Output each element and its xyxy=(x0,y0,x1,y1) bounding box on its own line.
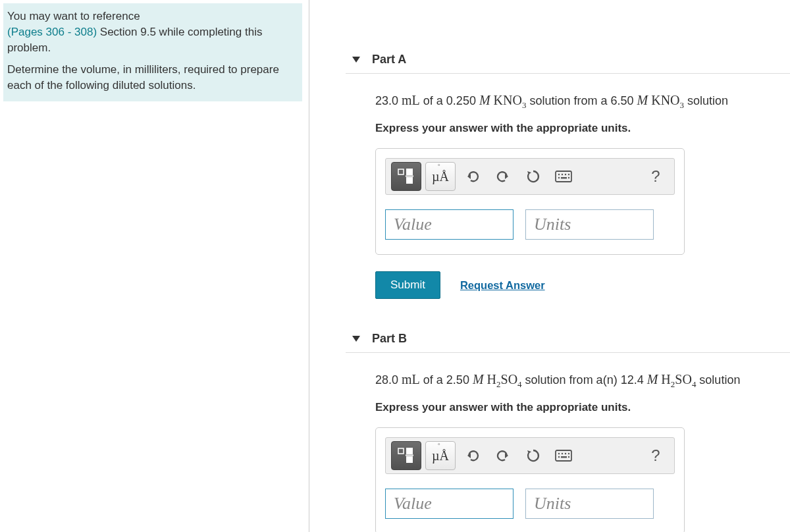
part-b-inputs: Value Units xyxy=(385,489,675,519)
redo-button[interactable] xyxy=(490,163,516,190)
svg-point-19 xyxy=(565,453,566,454)
value-input[interactable]: Value xyxy=(385,209,514,240)
part-a-answer-area: ° µÅ xyxy=(375,148,685,255)
chevron-down-icon xyxy=(352,57,360,63)
hint-text: You may want to reference xyxy=(7,10,140,22)
svg-rect-0 xyxy=(398,169,404,174)
request-answer-link[interactable]: Request Answer xyxy=(460,279,545,292)
part-b: Part B 28.0 mL of a 2.50 M H2SO4 solutio… xyxy=(346,325,790,532)
part-a-actions: Submit Request Answer xyxy=(375,271,790,299)
template-fraction-button[interactable] xyxy=(391,162,421,191)
right-column: Part A 23.0 mL of a 0.250 M KNO3 solutio… xyxy=(309,0,790,532)
part-b-toolbar: ° µÅ xyxy=(385,437,675,474)
keyboard-button[interactable] xyxy=(550,163,577,190)
special-chars-button[interactable]: ° µÅ xyxy=(425,162,456,191)
template-fraction-button[interactable] xyxy=(391,441,421,470)
svg-point-21 xyxy=(558,456,560,458)
units-input[interactable]: Units xyxy=(525,489,654,519)
part-b-title: Part B xyxy=(372,332,407,346)
help-button[interactable]: ? xyxy=(643,163,669,190)
chevron-down-icon xyxy=(352,336,360,342)
units-input[interactable]: Units xyxy=(525,209,654,240)
svg-rect-12 xyxy=(398,448,404,454)
svg-rect-10 xyxy=(561,177,567,178)
part-a-header[interactable]: Part A xyxy=(346,46,790,74)
undo-button[interactable] xyxy=(460,442,486,469)
left-column: You may want to reference (Pages 306 - 3… xyxy=(0,0,309,532)
hint-pages-link[interactable]: (Pages 306 - 308) xyxy=(7,26,97,38)
svg-rect-22 xyxy=(561,456,567,458)
part-b-body: 28.0 mL of a 2.50 M H2SO4 solution from … xyxy=(346,353,790,532)
svg-point-7 xyxy=(565,174,566,175)
svg-point-11 xyxy=(568,177,569,178)
hint-box: You may want to reference (Pages 306 - 3… xyxy=(3,3,302,101)
part-b-header[interactable]: Part B xyxy=(346,325,790,353)
value-input[interactable]: Value xyxy=(385,489,514,519)
svg-point-6 xyxy=(562,174,563,175)
special-chars-button[interactable]: ° µÅ xyxy=(425,441,456,470)
svg-point-17 xyxy=(558,453,560,454)
part-b-instruction: Express your answer with the appropriate… xyxy=(375,401,790,414)
reset-button[interactable] xyxy=(520,442,546,469)
part-a-inputs: Value Units xyxy=(385,209,675,240)
svg-rect-16 xyxy=(556,450,571,461)
svg-rect-1 xyxy=(406,169,413,175)
redo-button[interactable] xyxy=(490,442,516,469)
help-button[interactable]: ? xyxy=(643,442,669,469)
submit-button[interactable]: Submit xyxy=(375,271,440,299)
svg-rect-4 xyxy=(556,171,571,182)
svg-point-23 xyxy=(568,456,569,458)
svg-point-5 xyxy=(558,174,560,175)
svg-rect-2 xyxy=(406,177,413,184)
part-a-question: 23.0 mL of a 0.250 M KNO3 solution from … xyxy=(375,90,790,111)
keyboard-button[interactable] xyxy=(550,442,577,469)
part-a-toolbar: ° µÅ xyxy=(385,158,675,195)
part-b-answer-area: ° µÅ xyxy=(375,427,685,532)
svg-rect-14 xyxy=(406,456,413,463)
problem-statement: Determine the volume, in milliliters, re… xyxy=(7,63,279,92)
reset-button[interactable] xyxy=(520,163,546,190)
part-a-instruction: Express your answer with the appropriate… xyxy=(375,122,790,135)
svg-point-8 xyxy=(568,174,569,175)
svg-point-9 xyxy=(558,177,560,178)
svg-point-18 xyxy=(562,453,563,454)
svg-rect-13 xyxy=(406,448,413,454)
part-a-title: Part A xyxy=(372,53,406,66)
svg-point-20 xyxy=(568,453,569,454)
part-b-question: 28.0 mL of a 2.50 M H2SO4 solution from … xyxy=(375,369,790,390)
part-a: Part A 23.0 mL of a 0.250 M KNO3 solutio… xyxy=(346,46,790,325)
part-a-body: 23.0 mL of a 0.250 M KNO3 solution from … xyxy=(346,74,790,325)
undo-button[interactable] xyxy=(460,163,486,190)
